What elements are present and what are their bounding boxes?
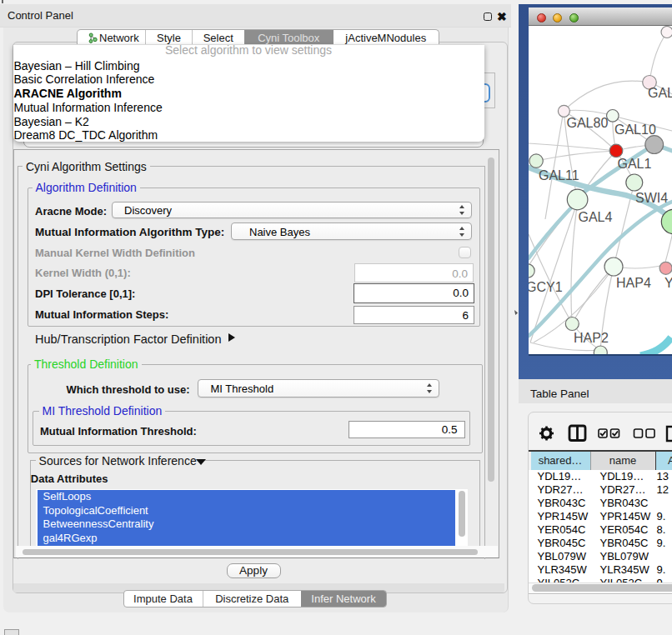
- svg-text:GAL7: GAL7: [648, 86, 672, 100]
- svg-text:SWI4: SWI4: [635, 191, 668, 205]
- svg-text:GAL10: GAL10: [614, 122, 656, 137]
- svg-text:GAL1: GAL1: [618, 157, 652, 171]
- svg-text:GAL4: GAL4: [579, 210, 613, 224]
- svg-text:GAL11: GAL11: [539, 168, 579, 182]
- svg-text:HAP2: HAP2: [574, 331, 609, 345]
- svg-text:HAP4: HAP4: [616, 276, 651, 290]
- svg-text:GAL80: GAL80: [567, 116, 609, 130]
- svg-text:YB: YB: [664, 276, 672, 290]
- svg-text:GCY1: GCY1: [529, 280, 563, 294]
